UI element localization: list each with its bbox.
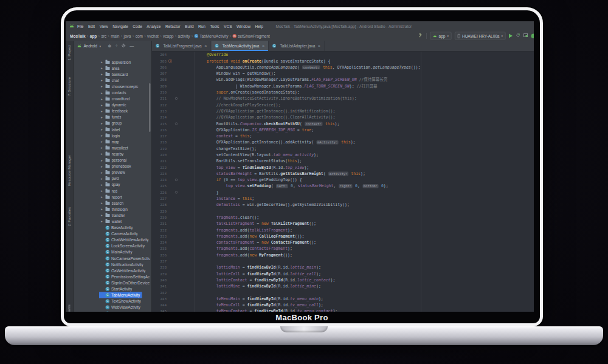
breadcrumb-item-tabmenuactivity[interactable]: CTabMenuActivity	[195, 33, 229, 38]
breadcrumb-item-main[interactable]: main	[111, 33, 119, 38]
tree-class-NoCameraPowerActivity[interactable]: CNoCameraPowerActivity	[74, 255, 151, 261]
tool-strip-resourcemanager[interactable]: Resource Manager	[67, 155, 72, 186]
sync-icon[interactable]	[531, 33, 534, 38]
device-select[interactable]: HUAWEI HRY-AL00a ▾	[455, 32, 506, 40]
tab-talklistfragment-java[interactable]: CTalkListFragment.java×	[152, 41, 211, 51]
tree-class-StartActivity[interactable]: CStartActivity	[74, 286, 151, 292]
close-icon[interactable]: ×	[204, 44, 207, 49]
breadcrumb-item-activity[interactable]: activity	[178, 33, 190, 38]
tree-class-TabMenuActivity[interactable]: CTabMenuActivity	[74, 292, 151, 298]
breadcrumb-item-java[interactable]: java	[124, 33, 131, 38]
tree-folder-label[interactable]: ▸label	[74, 126, 151, 132]
chevron-right-icon[interactable]: ▸	[101, 91, 106, 95]
tree-folder-personal[interactable]: ▸personal	[74, 157, 151, 163]
tree-folder-bankcard[interactable]: ▸bankcard	[74, 71, 151, 77]
breadcrumb-item-src[interactable]: src	[101, 33, 106, 38]
tree-folder-feedback[interactable]: ▸feedback	[74, 108, 151, 114]
breadcrumb-item-mostalk[interactable]: MosTalk	[70, 33, 86, 38]
tree-class-ChatWebViewActivity[interactable]: CChatWebViewActivity	[74, 237, 151, 243]
build-hammer-icon[interactable]	[418, 33, 423, 39]
tree-folder-map[interactable]: ▸map	[74, 139, 151, 145]
chevron-right-icon[interactable]: ▸	[101, 183, 106, 187]
tree-folder-area[interactable]: ▸area	[74, 65, 151, 71]
tree-class-LockScreenActivity[interactable]: CLockScreenActivity	[74, 243, 151, 249]
tree-folder-chat[interactable]: ▸chat	[74, 77, 151, 83]
breadcrumb-item-com[interactable]: com	[136, 33, 143, 38]
close-icon[interactable]: ×	[262, 44, 264, 49]
tree-folder-mycollect[interactable]: ▸mycollect	[74, 145, 151, 151]
hide-panel-icon[interactable]: —	[130, 44, 134, 49]
tree-class-OaWebViewActivity[interactable]: COaWebViewActivity	[74, 267, 151, 273]
tree-folder-pwd[interactable]: ▸pwd	[74, 176, 151, 182]
breadcrumb-item-setshowfragment[interactable]: msetShowFragment	[233, 33, 270, 38]
tree-folder-preview[interactable]: ▸preview	[74, 170, 151, 176]
tree-folder-transfer[interactable]: ▸transfer	[74, 212, 151, 218]
tree-folder-contacts[interactable]: ▸contacts	[74, 89, 151, 95]
tree-folder-qpay[interactable]: ▸qpay	[74, 182, 151, 188]
tree-folder-wallet[interactable]: ▸wallet	[74, 218, 151, 224]
chevron-right-icon[interactable]: ▸	[101, 152, 106, 156]
tree-class-MainActivity[interactable]: CMainActivity	[74, 249, 151, 255]
close-icon[interactable]: ×	[318, 44, 320, 49]
overrides-method-icon[interactable]: ↑	[168, 59, 172, 63]
menu-item-code[interactable]: Code	[133, 24, 142, 29]
menu-item-tools[interactable]: Tools	[210, 24, 219, 29]
chevron-right-icon[interactable]: ▸	[101, 219, 106, 224]
chevron-right-icon[interactable]: ▸	[101, 78, 106, 83]
chevron-right-icon[interactable]: ▸	[101, 207, 106, 211]
tree-folder-phonebook[interactable]: ▸phonebook	[74, 163, 151, 170]
chevron-right-icon[interactable]: ▸	[101, 213, 106, 218]
tree-folder-thirdlogin[interactable]: ▸thirdlogin	[74, 206, 151, 212]
chevron-right-icon[interactable]: ▸	[101, 66, 106, 70]
tool-strip-buildvariants[interactable]: Build Variants	[67, 304, 72, 312]
tool-strip-project[interactable]: 1: Project	[67, 45, 72, 60]
menu-item-run[interactable]: Run	[198, 24, 206, 29]
tab-talklistadapter-java[interactable]: CTalkListAdapter.java×	[269, 41, 325, 51]
fold-marker-icon[interactable]	[175, 191, 178, 194]
tree-folder-search[interactable]: ▸search	[74, 200, 151, 206]
tree-class-WelcomeActivity[interactable]: CWelcomeActivity	[74, 311, 151, 312]
chevron-right-icon[interactable]: ▸	[101, 189, 106, 193]
tree-class-SignInOnOtherDeviceActivity[interactable]: CSignInOnOtherDeviceActivity	[74, 280, 151, 286]
tree-folder-choosemorepic[interactable]: ▸choosemorepic	[74, 83, 151, 89]
menu-item-navigate[interactable]: Navigate	[112, 24, 128, 29]
project-view-mode[interactable]: Android	[84, 44, 97, 49]
chevron-right-icon[interactable]: ▸	[101, 84, 106, 89]
tool-strip-structure[interactable]: 7: Structure	[67, 77, 72, 96]
tree-class-WebViewActivity[interactable]: CWebViewActivity	[74, 304, 151, 311]
tree-class-BaseActivity[interactable]: CBaseActivity	[74, 225, 151, 231]
run-play-icon[interactable]	[509, 34, 513, 38]
tree-class-CameraActivity[interactable]: CCameraActivity	[74, 231, 151, 237]
tree-folder-nearby[interactable]: ▸nearby	[74, 151, 151, 157]
tree-class-TextShowActivity[interactable]: CTextShowActivity	[74, 298, 151, 304]
fold-marker-icon[interactable]	[175, 122, 178, 125]
attach-debugger-icon[interactable]	[516, 33, 520, 39]
menu-item-analyze[interactable]: Analyze	[147, 24, 161, 29]
chevron-right-icon[interactable]: ▸	[101, 97, 106, 101]
profiler-icon[interactable]	[523, 33, 528, 39]
locate-file-icon[interactable]: ÷	[116, 44, 118, 49]
chevron-right-icon[interactable]: ▸	[101, 109, 106, 114]
fold-marker-icon[interactable]	[175, 179, 178, 181]
chevron-right-icon[interactable]: ▸	[101, 201, 106, 205]
chevron-right-icon[interactable]: ▸	[101, 60, 106, 64]
tree-class-NotificationActivity[interactable]: CNotificationActivity	[74, 261, 151, 267]
tree-folder-dynamic[interactable]: ▸dynamic	[74, 102, 151, 108]
breadcrumb-item-app[interactable]: app	[90, 33, 97, 38]
menu-item-help[interactable]: Help	[255, 24, 263, 29]
collapse-all-icon[interactable]: ⊗	[108, 44, 111, 49]
menu-item-file[interactable]: File	[77, 24, 83, 29]
chevron-right-icon[interactable]: ▸	[101, 170, 106, 174]
fold-marker-icon[interactable]	[175, 97, 178, 100]
menu-item-edit[interactable]: Edit	[88, 24, 95, 29]
chevron-right-icon[interactable]: ▸	[101, 195, 106, 199]
chevron-right-icon[interactable]: ▸	[101, 128, 106, 132]
tree-folder-login[interactable]: ▸login	[74, 132, 151, 139]
code-area[interactable]: 204@Override205↑protected void onCreate(…	[152, 52, 534, 312]
menu-item-view[interactable]: View	[100, 24, 108, 29]
tree-folder-funds[interactable]: ▸funds	[74, 114, 151, 120]
chevron-right-icon[interactable]: ▸	[101, 158, 106, 162]
tree-folder-red[interactable]: ▸red	[74, 188, 151, 194]
chevron-right-icon[interactable]: ▸	[101, 164, 106, 168]
tree-folder-report[interactable]: ▸report	[74, 194, 151, 200]
